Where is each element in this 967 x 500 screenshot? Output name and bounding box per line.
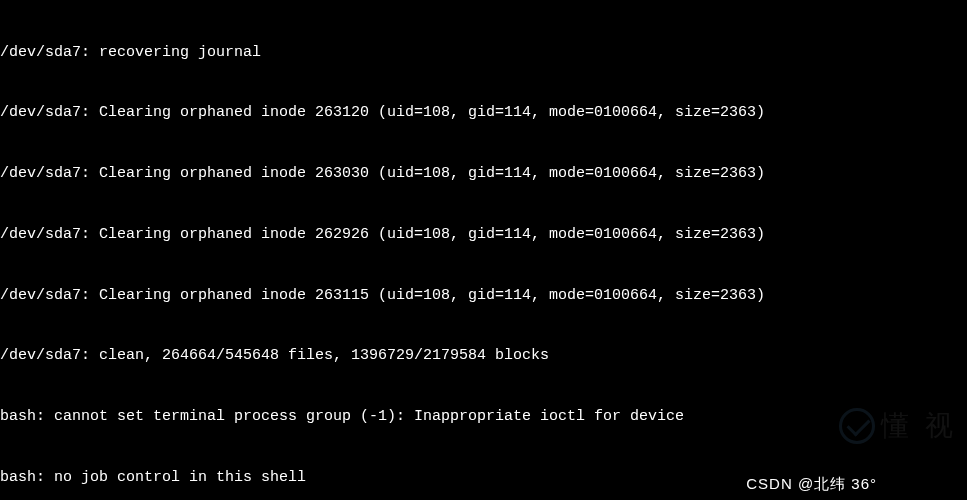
attribution-text: CSDN @北纬 36° — [746, 474, 877, 494]
boot-line: /dev/sda7: Clearing orphaned inode 26312… — [0, 103, 967, 123]
terminal-output: /dev/sda7: recovering journal /dev/sda7:… — [0, 0, 967, 500]
boot-line: /dev/sda7: Clearing orphaned inode 26303… — [0, 164, 967, 184]
watermark-icon — [839, 408, 875, 444]
watermark-text: 懂 视 — [881, 407, 957, 445]
boot-line: /dev/sda7: clean, 264664/545648 files, 1… — [0, 346, 967, 366]
watermark-logo: 懂 视 — [839, 407, 957, 445]
boot-line: /dev/sda7: Clearing orphaned inode 26311… — [0, 286, 967, 306]
boot-line: /dev/sda7: recovering journal — [0, 43, 967, 63]
bash-error-line: bash: cannot set terminal process group … — [0, 407, 967, 427]
boot-line: /dev/sda7: Clearing orphaned inode 26292… — [0, 225, 967, 245]
